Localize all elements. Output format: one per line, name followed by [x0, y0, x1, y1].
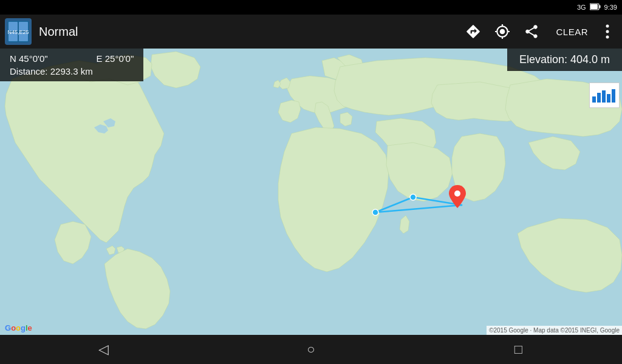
elevation-display: Elevation: 404.0 m [507, 49, 622, 71]
svg-point-16 [372, 209, 378, 215]
map-background: N 45°0'0" E 25°0'0" Distance: 2293.3 km … [0, 49, 622, 335]
svg-rect-2 [590, 4, 598, 9]
svg-point-9 [606, 25, 609, 28]
longitude-display: E 25°0'0" [97, 53, 134, 64]
svg-point-11 [606, 36, 609, 39]
svg-point-10 [606, 30, 609, 33]
directions-button[interactable] [459, 17, 488, 46]
svg-rect-20 [597, 93, 601, 103]
app-title: Normal [39, 25, 459, 39]
svg-rect-23 [612, 89, 615, 103]
svg-rect-22 [607, 94, 610, 103]
svg-point-18 [454, 190, 460, 197]
my-location-button[interactable] [488, 17, 517, 46]
latitude-display: N 45°0'0" [10, 53, 48, 64]
svg-text:N45,E25: N45,E25 [7, 29, 29, 35]
clear-button[interactable]: CLEAR [546, 17, 598, 46]
svg-point-17 [410, 194, 416, 200]
elevation-chart-button[interactable] [589, 83, 620, 108]
map-container[interactable]: N 45°0'0" E 25°0'0" Distance: 2293.3 km … [0, 49, 622, 335]
app-icon: N45,E25 [5, 18, 32, 45]
coordinate-display: N 45°0'0" E 25°0'0" Distance: 2293.3 km [0, 49, 143, 81]
bottom-navigation: ◁ ○ □ [0, 335, 622, 364]
toolbar: N45,E25 Normal CLEAR [0, 15, 622, 49]
svg-rect-19 [592, 96, 596, 103]
more-options-button[interactable] [598, 24, 617, 39]
time-display: 9:39 [604, 4, 617, 11]
google-logo: Google [5, 323, 32, 332]
signal-indicator: 3G [577, 4, 586, 11]
distance-display: Distance: 2293.3 km [10, 66, 93, 76]
home-button[interactable]: ○ [287, 335, 335, 364]
svg-rect-21 [602, 90, 606, 103]
status-bar: 3G 9:39 [0, 0, 622, 15]
back-button[interactable]: ◁ [80, 335, 128, 364]
share-button[interactable] [517, 17, 546, 46]
copyright-text: ©2015 Google · Map data ©2015 INEGI, Goo… [487, 326, 622, 335]
battery-icon [590, 3, 601, 12]
svg-rect-1 [599, 5, 600, 8]
recents-button[interactable]: □ [494, 335, 542, 364]
